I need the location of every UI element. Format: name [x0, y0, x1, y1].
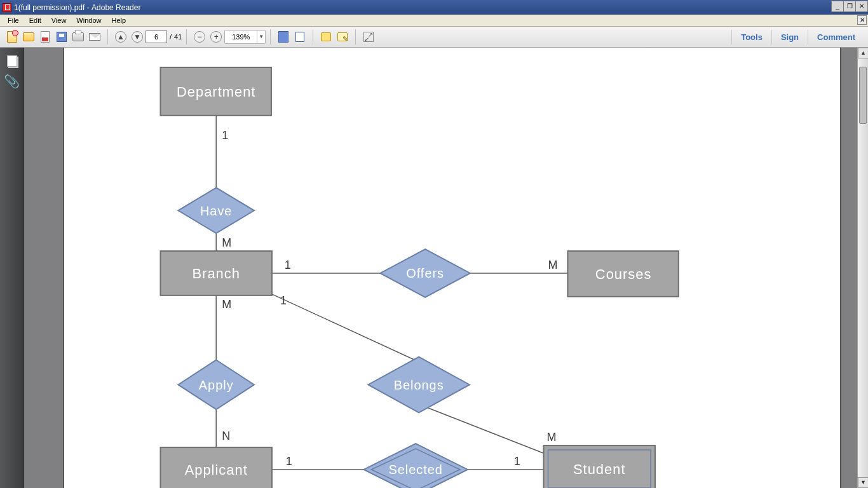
- zoom-out-button[interactable]: −: [192, 29, 207, 44]
- entity-courses-label: Courses: [595, 266, 652, 282]
- pdf-page: .ent { fill:#a5a5a5; stroke:#6e6e6e; str…: [63, 48, 841, 488]
- menu-help[interactable]: Help: [106, 15, 131, 25]
- save-button[interactable]: [54, 29, 69, 44]
- open-button[interactable]: [21, 29, 36, 44]
- menu-edit[interactable]: Edit: [24, 15, 46, 25]
- attachments-icon[interactable]: 📎: [4, 73, 20, 90]
- right-panel-links: Tools Sign Comment: [731, 30, 864, 44]
- sticky-note-button[interactable]: [318, 29, 334, 44]
- zoom-dropdown-button[interactable]: ▼: [257, 30, 265, 43]
- toolbar-separator: [355, 29, 356, 44]
- cardinality-selected-student: 1: [514, 455, 520, 468]
- highlight-button[interactable]: [335, 29, 350, 44]
- relationship-offers-label: Offers: [406, 266, 444, 280]
- window-titlebar: 1(full permission).pdf - Adobe Reader _ …: [0, 0, 868, 15]
- page-number-input[interactable]: [146, 30, 167, 43]
- menu-file[interactable]: File: [3, 15, 24, 25]
- mdi-close-button[interactable]: ✕: [857, 15, 867, 25]
- cardinality-have-branch: M: [222, 236, 231, 249]
- svg-line-6: [272, 294, 419, 362]
- page-up-button[interactable]: ▲: [113, 29, 128, 44]
- er-diagram: .ent { fill:#a5a5a5; stroke:#6e6e6e; str…: [64, 48, 840, 488]
- cardinality-branch-apply: M: [222, 298, 231, 311]
- maximize-button[interactable]: ❐: [843, 1, 856, 12]
- comment-link[interactable]: Comment: [808, 30, 864, 44]
- page-total: 41: [174, 33, 182, 41]
- title-separator: -: [85, 3, 92, 12]
- export-pdf-button[interactable]: [4, 29, 20, 44]
- thumbnails-icon[interactable]: [4, 53, 20, 69]
- relationship-have-label: Have: [200, 204, 233, 218]
- create-pdf-button[interactable]: [37, 29, 53, 44]
- entity-student-label: Student: [573, 461, 625, 477]
- scroll-thumb[interactable]: [859, 67, 867, 124]
- cardinality-branch-belongs: 1: [280, 294, 287, 307]
- document-filename: 1(full permission).pdf: [14, 3, 85, 12]
- fullscreen-button[interactable]: [361, 29, 376, 44]
- page-down-button[interactable]: ▼: [130, 29, 145, 44]
- document-viewport[interactable]: .ent { fill:#a5a5a5; stroke:#6e6e6e; str…: [24, 48, 868, 488]
- vertical-scrollbar[interactable]: ▲ ▼: [857, 48, 868, 488]
- menubar: File Edit View Window Help ✕: [0, 15, 868, 27]
- entity-department-label: Department: [177, 84, 255, 100]
- relationship-selected-label: Selected: [388, 463, 443, 477]
- cardinality-offers-courses: M: [548, 259, 558, 271]
- menu-window[interactable]: Window: [71, 15, 106, 25]
- zoom-input[interactable]: [225, 30, 257, 43]
- print-button[interactable]: [71, 29, 86, 44]
- minimize-button[interactable]: _: [831, 1, 844, 12]
- toolbar: ▲ ▼ / 41 − + ▼ Tools Sign Comment: [0, 27, 868, 48]
- pdf-icon: [3, 3, 11, 12]
- tools-link[interactable]: Tools: [731, 30, 771, 44]
- menu-view[interactable]: View: [46, 15, 72, 25]
- toolbar-separator: [313, 29, 313, 44]
- single-page-button[interactable]: [292, 29, 308, 44]
- app-name: Adobe Reader: [92, 3, 140, 12]
- sign-link[interactable]: Sign: [771, 30, 808, 44]
- toolbar-separator: [270, 29, 271, 44]
- cardinality-belongs-student: M: [547, 431, 557, 444]
- toolbar-separator: [186, 29, 187, 44]
- relationship-belongs-label: Belongs: [394, 378, 444, 392]
- scroll-up-button[interactable]: ▲: [858, 48, 868, 58]
- zoom-in-button[interactable]: +: [208, 29, 224, 44]
- relationship-apply-label: Apply: [199, 378, 234, 392]
- read-mode-button[interactable]: [276, 29, 291, 44]
- scroll-down-button[interactable]: ▼: [858, 477, 868, 488]
- cardinality-dept-have: 1: [222, 129, 228, 142]
- cardinality-branch-offers: 1: [285, 259, 291, 271]
- entity-applicant-label: Applicant: [185, 462, 248, 478]
- page-separator: /: [170, 33, 172, 41]
- toolbar-separator: [107, 29, 108, 44]
- entity-branch-label: Branch: [193, 266, 240, 281]
- email-button[interactable]: [87, 29, 102, 44]
- nav-panel: 📎: [0, 48, 24, 488]
- cardinality-applicant-selected: 1: [286, 455, 292, 468]
- cardinality-apply-applicant: N: [222, 430, 230, 442]
- close-button[interactable]: ✕: [855, 1, 868, 12]
